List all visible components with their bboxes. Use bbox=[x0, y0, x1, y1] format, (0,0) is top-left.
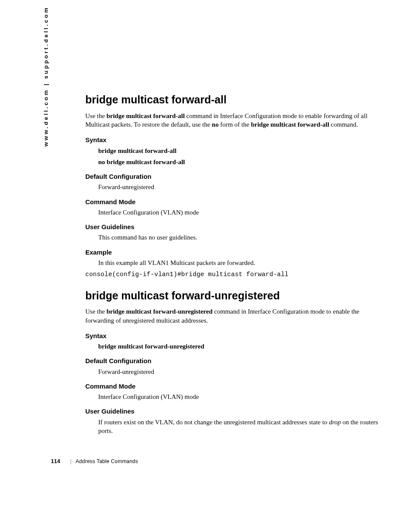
syntax-line: bridge multicast forward-unregistered bbox=[98, 342, 378, 351]
default-head: Default Configuration bbox=[85, 357, 378, 365]
section2-desc: Use the bridge multicast forward-unregis… bbox=[85, 307, 378, 325]
section1-title: bridge multicast forward-all bbox=[85, 93, 378, 107]
example-head: Example bbox=[85, 248, 378, 257]
syntax-line: bridge multicast forward-all bbox=[98, 146, 378, 155]
chapter-title: Address Table Commands bbox=[76, 458, 138, 464]
guidelines-body: If routers exist on the VLAN, do not cha… bbox=[98, 418, 378, 436]
mode-body: Interface Configuration (VLAN) mode bbox=[98, 392, 378, 401]
page-content: bridge multicast forward-all Use the bri… bbox=[85, 93, 378, 438]
syntax-head: Syntax bbox=[85, 136, 378, 144]
page-number: 114 bbox=[51, 458, 60, 464]
cmd-bold: bridge multicast forward-unregistered bbox=[106, 308, 212, 315]
txt: If routers exist on the VLAN, do not cha… bbox=[98, 419, 329, 426]
syntax-line: no bridge multicast forward-all bbox=[98, 158, 378, 166]
guidelines-head: User Guidelines bbox=[85, 407, 378, 416]
page-footer: 114 | Address Table Commands bbox=[51, 457, 138, 465]
guidelines-body: This command has no user guidelines. bbox=[98, 233, 378, 242]
txt: command. bbox=[329, 121, 358, 128]
default-body: Forward-unregistered bbox=[98, 183, 378, 191]
default-body: Forward-unregistered bbox=[98, 367, 378, 376]
txt: form of the bbox=[218, 121, 251, 128]
section2-title: bridge multicast forward-unregistered bbox=[85, 289, 378, 303]
mode-head: Command Mode bbox=[85, 198, 378, 206]
side-url: www.dell.com | support.dell.com bbox=[42, 6, 50, 146]
section1-desc: Use the bridge multicast forward-all com… bbox=[85, 112, 378, 129]
example-body: In this example all VLAN1 Multicast pack… bbox=[98, 258, 378, 267]
example-code: console(config-if-vlan1)#bridge multicas… bbox=[85, 271, 378, 279]
cmd-bold: bridge multicast forward-all bbox=[106, 112, 185, 119]
drop-ital: drop bbox=[329, 419, 341, 426]
txt: Use the bbox=[85, 112, 106, 119]
txt: Use the bbox=[85, 308, 106, 315]
default-head: Default Configuration bbox=[85, 172, 378, 181]
no-bold: no bbox=[212, 121, 219, 128]
mode-body: Interface Configuration (VLAN) mode bbox=[98, 208, 378, 217]
cmd-bold: bridge multicast forward-all bbox=[251, 121, 329, 128]
mode-head: Command Mode bbox=[85, 382, 378, 391]
footer-sep: | bbox=[70, 458, 72, 464]
syntax-head: Syntax bbox=[85, 332, 378, 340]
guidelines-head: User Guidelines bbox=[85, 223, 378, 231]
